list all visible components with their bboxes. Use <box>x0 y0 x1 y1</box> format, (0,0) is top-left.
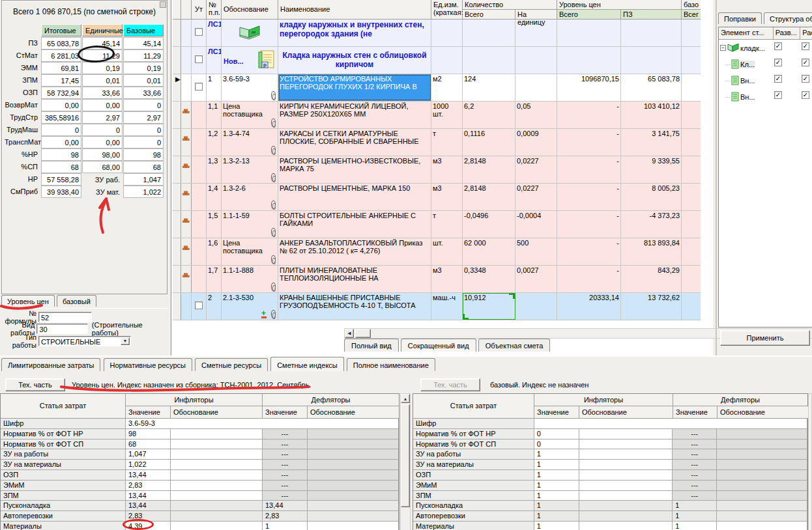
col-price-total[interactable]: Всего <box>557 10 621 20</box>
summary-col-bazovye: Базовые <box>123 24 164 36</box>
index-row: Норматив % от ФОТ НР98--- <box>1 429 399 439</box>
grid-row-resource[interactable]: 1,6 Цена поставщика АНКЕР БАЗАЛЬТОПЛАСТИ… <box>173 238 701 266</box>
chevron-down-icon[interactable]: ▼ <box>121 337 130 345</box>
tree-node-child[interactable]: ····· Вн... ✓ ✓ <box>719 72 812 89</box>
green-corner-mark <box>463 314 469 320</box>
calc-checkbox[interactable]: ✓ <box>802 75 809 83</box>
grid-row-resource[interactable]: 1,2 1.3-4-74 КАРКАСЫ И СЕТКИ АРМАТУРНЫЕ … <box>173 129 701 156</box>
summary-row: ТранспМат0,000,000 <box>5 136 164 148</box>
expand-checkbox[interactable]: ✓ <box>774 91 782 99</box>
section-page-icon <box>731 92 739 102</box>
tree-node-child[interactable]: ····· Вн... ✓ ✓ <box>719 89 812 105</box>
attachment-icon <box>271 91 276 100</box>
summary-col-itogovye: Итоговые <box>41 24 81 36</box>
collapse-icon[interactable]: − <box>720 45 726 51</box>
col-quantity-group[interactable]: Количество <box>463 0 557 10</box>
col-inflators: Инфляторы <box>126 394 263 406</box>
col-qty-total[interactable]: Всего <box>463 10 515 20</box>
approve-checkbox[interactable] <box>195 28 203 36</box>
tab-limited-costs[interactable]: Лимитированные затраты <box>1 358 100 371</box>
expand-checkbox[interactable]: ✓ <box>774 59 782 66</box>
col-price-group[interactable]: Уровень цен <box>557 0 682 10</box>
work-type-select[interactable]: СТРОИТЕЛЬНЫЕ ▼ <box>38 336 131 346</box>
index-row: Норматив % от ФОТ СП68--- <box>1 439 399 450</box>
tab-corrections[interactable]: Поправки <box>718 12 762 24</box>
expand-checkbox[interactable]: ✓ <box>774 42 782 50</box>
bricks-icon <box>182 272 190 279</box>
tab-price-level[interactable]: Уровень цен <box>1 295 55 307</box>
tab-short-view[interactable]: Сокращенный вид <box>401 339 476 352</box>
summary-row: ВозврМат0,000,000 <box>5 99 164 111</box>
scroll-thumb[interactable] <box>355 329 371 338</box>
col-calc[interactable]: Расс <box>800 27 812 39</box>
attachment-icon <box>271 146 276 154</box>
bottom-left-scrollbar[interactable]: ▲ <box>400 393 411 530</box>
col-name[interactable]: Наименование <box>278 0 431 20</box>
col-base-total[interactable]: Всег <box>682 10 701 20</box>
tab-estimate-resources[interactable]: Сметные ресурсы <box>195 358 268 371</box>
calc-checkbox[interactable]: ✓ <box>802 42 809 50</box>
tree-node-root[interactable]: − кладк... ✓ ✓ <box>719 40 812 56</box>
scroll-thumb[interactable] <box>401 404 410 507</box>
index-row: ЗПМ1--- <box>413 491 807 501</box>
grid-row-resource[interactable]: 1,4 1.3-2-6 РАСТВОРЫ ЦЕМЕНТНЫЕ, МАРКА 15… <box>173 184 701 211</box>
tech-part-button-disabled: Тех. часть <box>420 378 480 391</box>
index-row: Автоперевозки2,832,83 <box>1 511 399 522</box>
view-mode-tabs: Полный вид Сокращенный вид Объектная сме… <box>344 339 550 352</box>
price-level-tabs: Уровень цен базовый <box>1 295 96 309</box>
calc-checkbox[interactable]: ✓ <box>802 59 809 66</box>
tab-object-estimate[interactable]: Объектная смета <box>478 339 551 352</box>
tab-full-view[interactable]: Полный вид <box>344 339 399 352</box>
selected-name-cell[interactable]: УСТРОЙСТВО АРМИРОВАННЫХ ПЕРЕГОРОДОК ГЛУХ… <box>278 74 431 101</box>
col-unit[interactable]: Ед.изм.(краткая: <box>431 0 463 20</box>
index-row: ЗУ на работы1,047--- <box>1 449 399 460</box>
col-expand[interactable]: Разв... <box>774 27 800 39</box>
tech-part-button[interactable]: Тех. часть <box>5 378 65 391</box>
bricks-icon <box>182 217 190 224</box>
index-row: ЗПМ13,44--- <box>1 491 399 501</box>
tab-normative-resources[interactable]: Нормативные ресурсы <box>104 358 192 371</box>
bottom-right-scrollbar[interactable] <box>808 393 812 530</box>
apply-button[interactable]: Применить <box>720 330 810 346</box>
quantity-cell-marked[interactable]: 10,912 <box>463 293 515 320</box>
attachment-icon <box>271 201 276 209</box>
work-kind-input[interactable]: 30 <box>36 324 87 334</box>
tab-base-level[interactable]: базовый <box>57 295 96 307</box>
approve-checkbox[interactable] <box>195 55 203 63</box>
index-row: ЭМиМ1--- <box>413 481 807 491</box>
grid-row-resource[interactable]: 1,5 1.1-1-59 БОЛТЫ СТРОИТЕЛЬНЫЕ АНКЕРНЫЕ… <box>173 211 701 238</box>
approve-checkbox[interactable] <box>195 83 203 91</box>
expand-checkbox[interactable]: ✓ <box>774 75 782 83</box>
tab-object-structure[interactable]: Структура объек <box>764 12 812 24</box>
tab-estimate-indexes[interactable]: Сметные индексы <box>270 357 344 371</box>
green-corner-mark <box>509 293 515 299</box>
index-row: ОЗП13,44--- <box>1 470 399 481</box>
formula-number-input[interactable]: 52 <box>38 312 92 322</box>
attachment-icon <box>271 310 276 318</box>
col-base-group[interactable]: базо <box>682 0 701 10</box>
col-basis[interactable]: Обоснование <box>222 0 278 20</box>
calc-checkbox[interactable]: ✓ <box>802 91 809 99</box>
grid-row-ls1[interactable]: ЛС1 лс кладку наружных и внутренних стен… <box>173 20 701 47</box>
tab-full-name[interactable]: Полное наименование <box>347 358 435 371</box>
col-element[interactable]: Элемент ст... <box>719 27 774 39</box>
grid-row-resource[interactable]: 1,1 Цена поставщика КИРПИЧ КЕРАМИЧЕСКИЙ … <box>173 102 701 129</box>
grid-row-work-2[interactable]: 2 2.1-3-530 + КРАНЫ БАШЕННЫЕ ПРИСТАВНЫЕ … <box>173 293 701 320</box>
col-qty-per[interactable]: На единицу <box>515 10 557 20</box>
grid-row-ls1f[interactable]: ЛС1.F Нов... p Кладка наружных стен с об… <box>173 47 701 74</box>
scroll-left-icon[interactable]: ◀ <box>345 329 354 338</box>
summary-row: ПЗ65 083,7845,1445,14 <box>5 37 164 49</box>
col-deflators: Дефляторы <box>673 394 807 406</box>
col-num[interactable]: №п.п. <box>207 0 222 20</box>
grid-row-resource[interactable]: 1,3 1.3-2-13 РАСТВОРЫ ЦЕМЕНТНО-ИЗВЕСТКОВ… <box>173 156 701 184</box>
approve-checkbox[interactable] <box>195 301 203 309</box>
grid-row-work-1[interactable]: ▶ 1 3.6-59-3 УСТРОЙСТВО АРМИРОВАННЫХ ПЕР… <box>173 74 701 102</box>
attachment-icon <box>271 119 276 127</box>
col-ut[interactable]: Ут <box>192 0 207 20</box>
grid-row-resource[interactable]: 1,7 1.1-1-888 ПЛИТЫ МИНЕРАЛОВАТНЫЕ ТЕПЛО… <box>173 266 701 293</box>
tree-node-child[interactable]: ····· Кл... ✓ ✓ <box>719 56 812 72</box>
index-source-status: Уровень цен. Индекс назначен из сборника… <box>72 381 312 389</box>
col-price-pz[interactable]: ПЗ <box>621 10 682 20</box>
scroll-up-icon[interactable]: ▲ <box>401 394 410 403</box>
section-page-icon <box>731 59 739 69</box>
